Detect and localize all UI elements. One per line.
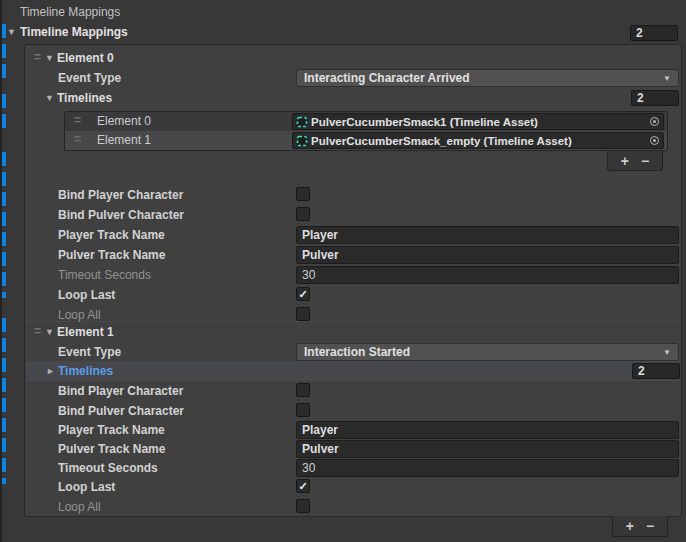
array-size-input[interactable] [630, 25, 678, 41]
bind-player-label: Bind Player Character [58, 384, 183, 398]
element0-loop-last-row: Loop Last ✓ [25, 285, 681, 305]
prefab-override-bar [2, 318, 6, 484]
drag-handle-icon[interactable]: = [74, 132, 81, 146]
drag-handle-icon[interactable]: = [34, 324, 41, 338]
element0-event-type-row: Event Type Interacting Character Arrived… [25, 68, 681, 88]
bind-pulver-label: Bind Pulver Character [58, 404, 184, 418]
element1-timelines-header[interactable]: ► Timelines [26, 361, 680, 381]
dropdown-value: Interaction Started [304, 345, 663, 359]
bind-pulver-label: Bind Pulver Character [58, 208, 184, 222]
property-label: Timeline Mappings [20, 4, 120, 20]
drag-handle-icon[interactable]: = [74, 113, 81, 127]
dropdown-value: Interacting Character Arrived [304, 71, 663, 85]
element1-loop-all-row: Loop All [25, 497, 681, 517]
element1-timeout-row: Timeout Seconds [25, 458, 681, 478]
timelines-size-input[interactable] [631, 90, 679, 106]
event-type-label: Event Type [58, 71, 121, 85]
element1-player-track-row: Player Track Name [25, 420, 681, 440]
element0-bind-player-row: Bind Player Character [25, 185, 681, 205]
player-track-label: Player Track Name [58, 423, 165, 437]
element0-timeout-row: Timeout Seconds [25, 265, 681, 285]
array-title: Timeline Mappings [20, 25, 128, 39]
timeline-mappings-list-box: = ▼ Element 0 Event Type Interacting Cha… [24, 44, 682, 517]
remove-element-button[interactable]: − [646, 518, 654, 534]
pulver-track-label: Pulver Track Name [58, 248, 165, 262]
element0-header[interactable]: = ▼ Element 0 [25, 48, 681, 68]
pulver-track-input[interactable] [296, 440, 679, 458]
loop-last-checkbox[interactable]: ✓ [296, 479, 310, 493]
timeline-item-row[interactable]: = Element 1 PulverCucumberSmack_empty (T… [65, 131, 667, 150]
player-track-label: Player Track Name [58, 228, 165, 242]
timeline-asset-name: PulverCucumberSmack1 (Timeline Asset) [311, 116, 645, 128]
timeout-label: Timeout Seconds [58, 268, 151, 282]
add-element-button[interactable]: + [621, 153, 629, 169]
timelines-list-box: = Element 0 PulverCucumberSmack1 (Timeli… [64, 111, 668, 151]
element1-bind-pulver-row: Bind Pulver Character [25, 401, 681, 421]
element0-pulver-track-row: Pulver Track Name [25, 245, 681, 265]
timelines-title: Timelines [57, 91, 112, 105]
bind-player-label: Bind Player Character [58, 188, 183, 202]
prefab-override-bar [2, 94, 6, 134]
element0-player-track-row: Player Track Name [25, 225, 681, 245]
loop-last-label: Loop Last [58, 288, 115, 302]
element1-bind-player-row: Bind Player Character [25, 381, 681, 401]
timeline-asset-name: PulverCucumberSmack_empty (Timeline Asse… [311, 135, 645, 147]
object-picker-icon[interactable] [645, 114, 663, 129]
add-element-button[interactable]: + [626, 518, 634, 534]
prefab-override-bar [2, 152, 6, 298]
checkmark-icon: ✓ [298, 481, 307, 492]
element1-pulver-track-row: Pulver Track Name [25, 439, 681, 459]
timeout-input[interactable] [296, 459, 679, 477]
foldout-open-icon[interactable]: ▼ [45, 328, 54, 337]
timeline-asset-icon [296, 135, 308, 147]
bind-pulver-checkbox[interactable] [296, 403, 310, 417]
loop-last-checkbox[interactable]: ✓ [296, 287, 310, 301]
element1-title: Element 1 [57, 325, 114, 339]
element1-event-type-row: Event Type Interaction Started ▼ [25, 342, 681, 362]
loop-all-label: Loop All [58, 308, 101, 322]
drag-handle-icon[interactable]: = [34, 50, 41, 64]
loop-all-label: Loop All [58, 500, 101, 514]
event-type-dropdown[interactable]: Interaction Started ▼ [296, 343, 679, 361]
timelines-size-input[interactable] [632, 363, 680, 379]
timelines-title-selected: Timelines [58, 364, 113, 378]
foldout-open-icon[interactable]: ▼ [7, 28, 16, 37]
timeline-item-label: Element 0 [97, 114, 151, 128]
dropdown-arrow-icon: ▼ [663, 74, 671, 83]
timeline-asset-field[interactable]: PulverCucumberSmack1 (Timeline Asset) [292, 113, 664, 130]
remove-element-button[interactable]: − [641, 153, 649, 169]
element0-bind-pulver-row: Bind Pulver Character [25, 205, 681, 225]
bind-pulver-checkbox[interactable] [296, 207, 310, 221]
event-type-label: Event Type [58, 345, 121, 359]
element0-timelines-header[interactable]: ▼ Timelines [25, 88, 681, 108]
timeline-item-row[interactable]: = Element 0 PulverCucumberSmack1 (Timeli… [65, 112, 667, 131]
timeout-label: Timeout Seconds [58, 461, 158, 475]
element1-loop-last-row: Loop Last ✓ [25, 477, 681, 497]
dropdown-arrow-icon: ▼ [663, 348, 671, 357]
element0-title: Element 0 [57, 51, 114, 65]
timeline-item-label: Element 1 [97, 133, 151, 147]
foldout-open-icon[interactable]: ▼ [45, 54, 54, 63]
timeline-asset-icon [296, 116, 308, 128]
foldout-closed-icon[interactable]: ► [46, 367, 55, 376]
timeline-mappings-list-footer: + − [612, 516, 668, 537]
object-picker-icon[interactable] [645, 133, 663, 148]
timeline-asset-field[interactable]: PulverCucumberSmack_empty (Timeline Asse… [292, 132, 664, 149]
timeline-mappings-header[interactable]: ▼ Timeline Mappings [0, 23, 686, 42]
unity-inspector-timeline-mappings: Timeline Mappings ▼ Timeline Mappings = … [0, 0, 686, 542]
loop-all-checkbox[interactable] [296, 499, 310, 513]
timeout-input[interactable] [296, 266, 679, 284]
timelines-list-footer: + − [607, 151, 663, 171]
bind-player-checkbox[interactable] [296, 383, 310, 397]
event-type-dropdown[interactable]: Interacting Character Arrived ▼ [296, 69, 679, 87]
element1-header[interactable]: = ▼ Element 1 [25, 322, 681, 342]
foldout-open-icon[interactable]: ▼ [45, 94, 54, 103]
pulver-track-label: Pulver Track Name [58, 442, 165, 456]
loop-all-checkbox[interactable] [296, 307, 310, 321]
bind-player-checkbox[interactable] [296, 187, 310, 201]
player-track-input[interactable] [296, 226, 679, 244]
pulver-track-input[interactable] [296, 246, 679, 264]
loop-last-label: Loop Last [58, 480, 115, 494]
player-track-input[interactable] [296, 421, 679, 439]
checkmark-icon: ✓ [298, 289, 307, 300]
